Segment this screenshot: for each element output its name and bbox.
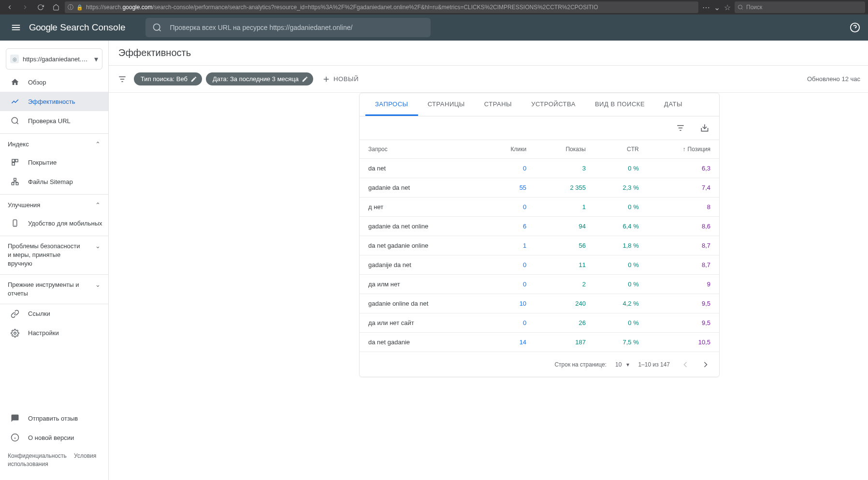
cell-clicks: 0 (482, 198, 535, 217)
cell-query: da net (360, 159, 482, 178)
cell-query: д нет (360, 198, 482, 217)
section-security[interactable]: Проблемы безопасности и меры, принятые в… (0, 236, 108, 274)
table-row[interactable]: д нет010 %8 (360, 198, 719, 217)
table-row[interactable]: gadanije da net0110 %8,7 (360, 255, 719, 275)
col-ctr[interactable]: CTR (594, 140, 648, 159)
chip-label: Тип поиска: Веб (141, 75, 188, 83)
cell-ctr: 4,2 % (594, 294, 648, 313)
queries-table: Запрос Клики Показы CTR ↑Позиция da net0… (360, 140, 719, 352)
url-text: https://search.google.com/search-console… (86, 4, 598, 11)
tab-даты[interactable]: ДАТЫ (654, 93, 692, 116)
filter-icon[interactable] (115, 71, 130, 87)
cell-impressions: 1 (535, 198, 594, 217)
svg-line-3 (159, 29, 161, 31)
cell-position: 9 (648, 275, 719, 294)
pocket-icon[interactable]: ⌄ (714, 3, 720, 12)
section-enhancements[interactable]: Улучшения ⌃ (0, 195, 108, 213)
rows-value: 10 (615, 361, 622, 368)
cell-ctr: 0 % (594, 255, 648, 275)
section-index[interactable]: Индекс ⌃ (0, 134, 108, 153)
table-row[interactable]: da net gadanie online1561,8 %8,7 (360, 236, 719, 255)
nav-coverage[interactable]: Покрытие (0, 153, 108, 172)
back-button[interactable] (3, 0, 16, 14)
add-filter-label: НОВЫЙ (333, 75, 359, 83)
download-button[interactable] (697, 120, 712, 136)
nav-label: Отправить отзыв (28, 415, 78, 422)
tab-запросы[interactable]: ЗАПРОСЫ (365, 93, 418, 116)
table-row[interactable]: gadanie da net online6946,4 %8,6 (360, 217, 719, 236)
browser-search[interactable]: Поиск (735, 1, 865, 13)
browser-toolbar: ⓘ 🔒 https://search.google.com/search-con… (0, 0, 868, 14)
cell-impressions: 26 (535, 313, 594, 333)
col-impressions[interactable]: Показы (535, 140, 594, 159)
url-inspection-input[interactable]: Проверка всех URL на ресурсе https://gad… (145, 18, 431, 37)
cell-clicks: 10 (482, 294, 535, 313)
rows-per-page-select[interactable]: 10 ▾ (615, 361, 629, 368)
col-query[interactable]: Запрос (360, 140, 482, 159)
more-icon[interactable]: ⋯ (702, 3, 710, 12)
privacy-link[interactable]: Конфиденциальность (8, 452, 67, 459)
chip-date[interactable]: Дата: За последние 3 месяца (206, 72, 313, 85)
next-page-button[interactable] (699, 358, 712, 371)
property-text: https://gadaniedanet.online/ (23, 56, 90, 63)
cell-position: 6,3 (648, 159, 719, 178)
cell-clicks: 14 (482, 333, 535, 352)
tab-страны[interactable]: СТРАНЫ (475, 93, 521, 116)
cell-ctr: 1,8 % (594, 236, 648, 255)
section-legacy[interactable]: Прежние инструменты и отчеты ⌄ (0, 275, 108, 304)
url-icons: ⋯ ⌄ ☆ (700, 3, 733, 12)
cell-clicks: 0 (482, 159, 535, 178)
col-position[interactable]: ↑Позиция (648, 140, 719, 159)
table-row[interactable]: gadanie online da net102404,2 %9,5 (360, 294, 719, 313)
search-icon (152, 23, 162, 32)
cell-clicks: 0 (482, 313, 535, 333)
cell-clicks: 0 (482, 275, 535, 294)
add-filter-button[interactable]: НОВЫЙ (317, 72, 363, 86)
menu-button[interactable] (8, 19, 24, 36)
table-tabs: ЗАПРОСЫСТРАНИЦЫСТРАНЫУСТРОЙСТВАВИД В ПОИ… (360, 93, 719, 116)
table-row[interactable]: da net030 %6,3 (360, 159, 719, 178)
home-button[interactable] (49, 0, 63, 14)
prev-page-button[interactable] (679, 358, 692, 371)
nav-mobile-usability[interactable]: Удобство для мобильных (0, 213, 108, 233)
chip-search-type[interactable]: Тип поиска: Веб (134, 72, 202, 85)
nav-overview[interactable]: Обзор (0, 72, 108, 92)
coverage-icon (11, 158, 19, 167)
table-filter-button[interactable] (673, 120, 688, 136)
nav-label: Проверка URL (28, 117, 71, 125)
table-row[interactable]: gadanie da net552 3552,3 %7,4 (360, 178, 719, 198)
cell-position: 8,7 (648, 255, 719, 275)
property-selector[interactable]: ◎ https://gadaniedanet.online/ ▾ (6, 48, 102, 70)
tab-устройства[interactable]: УСТРОЙСТВА (521, 93, 585, 116)
tab-страницы[interactable]: СТРАНИЦЫ (418, 93, 475, 116)
nav-settings[interactable]: Настройки (0, 324, 108, 343)
cell-query: gadanie da net online (360, 217, 482, 236)
svg-line-1 (741, 8, 742, 9)
edit-icon (302, 76, 308, 83)
table-row[interactable]: да или нет сайт0260 %9,5 (360, 313, 719, 333)
svg-line-7 (16, 122, 18, 124)
nav-performance[interactable]: Эффективность (0, 92, 108, 111)
col-clicks[interactable]: Клики (482, 140, 535, 159)
table-row[interactable]: да илм нет020 %9 (360, 275, 719, 294)
section-label: Индекс (8, 141, 29, 148)
cell-clicks: 0 (482, 255, 535, 275)
logo-search-console: Search Console (60, 22, 125, 33)
nav-feedback[interactable]: Отправить отзыв (0, 409, 108, 428)
nav-about[interactable]: О новой версии (0, 428, 108, 447)
url-bar[interactable]: ⓘ 🔒 https://search.google.com/search-con… (65, 1, 698, 13)
table-row[interactable]: da net gadanie141877,5 %10,5 (360, 333, 719, 352)
cell-query: да или нет сайт (360, 313, 482, 333)
forward-button[interactable] (18, 0, 32, 14)
table-header-row: Запрос Клики Показы CTR ↑Позиция (360, 140, 719, 159)
cell-query: da net gadanie (360, 333, 482, 352)
logo[interactable]: Google Search Console (29, 22, 125, 33)
nav-links[interactable]: Ссылки (0, 304, 108, 324)
nav-sitemaps[interactable]: Файлы Sitemap (0, 172, 108, 191)
reload-button[interactable] (34, 0, 47, 14)
star-icon[interactable]: ☆ (724, 3, 731, 12)
caret-down-icon: ▾ (94, 55, 98, 64)
tab-вид в поиске[interactable]: ВИД В ПОИСКЕ (585, 93, 654, 116)
nav-url-inspection[interactable]: Проверка URL (0, 111, 108, 130)
help-button[interactable] (850, 22, 860, 33)
